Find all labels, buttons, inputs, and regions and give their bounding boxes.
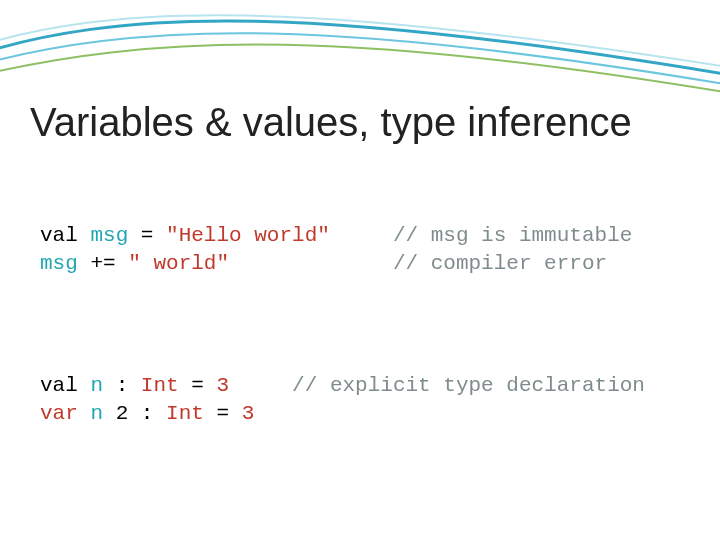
code-line-2: msg += " world" // compiler error bbox=[40, 252, 607, 275]
code-block-1: val msg = "Hello world" // msg is immuta… bbox=[40, 222, 632, 279]
code-line-3: val n : Int = 3 // explicit type declara… bbox=[40, 374, 645, 397]
code-line-4: var n 2 : Int = 3 bbox=[40, 402, 254, 425]
code-block-2: val n : Int = 3 // explicit type declara… bbox=[40, 372, 645, 429]
slide-title: Variables & values, type inference bbox=[30, 100, 632, 145]
code-line-1: val msg = "Hello world" // msg is immuta… bbox=[40, 224, 632, 247]
decorative-swoosh bbox=[0, 0, 720, 95]
